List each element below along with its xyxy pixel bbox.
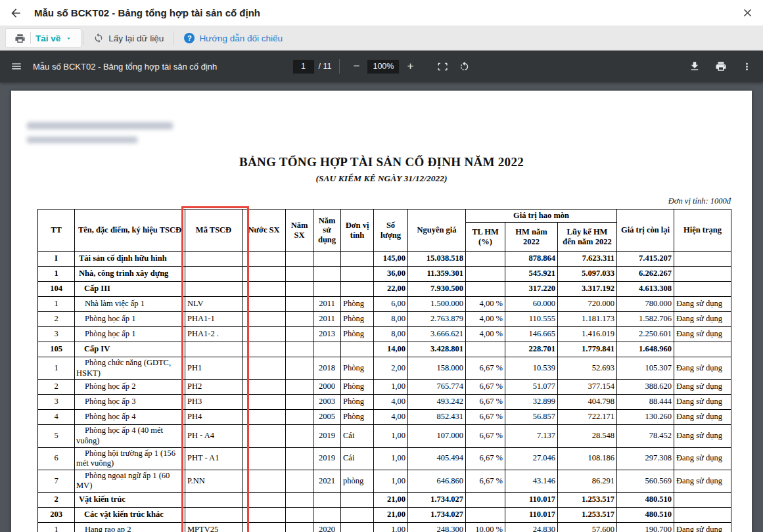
cell-ma: PHA1-2 . <box>185 327 243 342</box>
col-header-tt: TT <box>38 210 75 252</box>
download-label: Tải về <box>35 33 60 43</box>
table-header-row-1: TT Tên, đặc điểm, ký hiệu TSCĐ Mã TSCĐ N… <box>38 210 731 223</box>
cell-hm-nam: 32.899 <box>505 395 558 410</box>
button-divider <box>30 32 31 44</box>
cell-ma: MPTV25 <box>185 523 243 532</box>
cell-so-luong: 2,00 <box>374 357 408 380</box>
cell-so-luong: 1,00 <box>374 425 408 447</box>
cell-nguyen-gia: 1.734.027 <box>408 508 466 523</box>
cell-nguyen-gia: 852.431 <box>408 410 466 425</box>
cell-nuoc <box>243 508 286 523</box>
cell-luy-ke: 7.623.311 <box>558 252 617 267</box>
col-header-nam-sx: Năm SX <box>286 210 313 252</box>
cell-name: Phòng học ấp 3 <box>75 395 185 410</box>
cell-nam-sd <box>313 508 341 523</box>
refresh-data-button[interactable]: Lấy lại dữ liệu <box>85 26 172 50</box>
cell-luy-ke: 720.000 <box>558 297 617 312</box>
cell-nam-sd: 2020 <box>313 523 341 532</box>
cell-hien-trang: Đang sử dụng <box>674 523 731 532</box>
page-number-input[interactable]: 1 <box>293 60 314 74</box>
cell-hien-trang <box>674 508 731 523</box>
cell-nam-sx <box>286 410 313 425</box>
table-row: 2Vật kiến trúc21,001.734.027110.0171.253… <box>38 493 731 508</box>
cell-tt: 4 <box>38 410 75 425</box>
cell-nguyen-gia: 3.428.801 <box>408 342 466 357</box>
cell-nguyen-gia: 1.734.027 <box>408 493 466 508</box>
cell-so-luong: 145,00 <box>374 252 408 267</box>
cell-luy-ke: 722.171 <box>558 410 617 425</box>
zoom-level-label: 100% <box>367 60 399 74</box>
col-header-nam-su-dung: Năm sử dụng <box>313 210 341 252</box>
cell-dvt <box>341 342 374 357</box>
cell-dvt: Phòng <box>341 357 374 380</box>
cell-ma: PH2 <box>185 380 243 395</box>
back-button[interactable] <box>9 7 22 20</box>
download-report-button[interactable]: Tải về <box>5 28 81 48</box>
cell-so-luong: 14,00 <box>374 342 408 357</box>
more-options-button[interactable] <box>741 61 752 72</box>
window-titlebar: Mẫu số BCKT02 - Bảng tổng hợp tài sản cố… <box>0 0 763 26</box>
cell-nguyen-gia: 3.666.621 <box>408 327 466 342</box>
cell-dvt: Phòng <box>341 380 374 395</box>
cell-nguyen-gia: 107.000 <box>408 425 466 447</box>
cell-luy-ke: 52.693 <box>558 357 617 380</box>
cell-dvt <box>341 267 374 282</box>
cell-nam-sd: 2013 <box>313 327 341 342</box>
cell-so-luong: 6,00 <box>374 297 408 312</box>
cell-name: Phòng học ấp 1 <box>75 327 185 342</box>
cell-luy-ke: 1.416.019 <box>558 327 617 342</box>
rotate-button[interactable] <box>459 61 470 72</box>
cell-hm-nam: 43.146 <box>505 470 558 492</box>
cell-hm-nam: 317.220 <box>505 282 558 297</box>
hamburger-icon <box>11 60 22 72</box>
pdf-download-button[interactable] <box>689 60 701 72</box>
menu-button[interactable] <box>11 60 22 72</box>
cell-luy-ke: 3.317.192 <box>558 282 617 297</box>
cell-nam-sd: 2019 <box>313 447 341 470</box>
table-row: 1Hang rao ap 2MPTV2520201,00248.30010,00… <box>38 523 731 532</box>
table-row: 1Phòng chức năng (GDTC, HSKT)PH12018Phòn… <box>38 357 731 380</box>
cell-nuoc <box>243 312 286 327</box>
close-button[interactable] <box>741 7 754 19</box>
cell-nam-sx <box>286 380 313 395</box>
cell-nam-sx <box>286 297 313 312</box>
fit-page-button[interactable] <box>437 61 448 72</box>
page-title: Mẫu số BCKT02 - Bảng tổng hợp tài sản cố… <box>34 7 741 18</box>
cell-nam-sx <box>286 493 313 508</box>
pdf-toolbar: Mẫu số BCKT02 - Bảng tổng hợp tài sản cố… <box>0 51 763 82</box>
table-row: 105Cấp IV14,003.428.801228.7011.779.8411… <box>38 342 731 357</box>
pdf-toolbar-left: Mẫu số BCKT02 - Bảng tổng hợp tài sản cố… <box>11 60 217 72</box>
cell-hien-trang: Đang sử dụng <box>674 327 731 342</box>
table-row: 2Phòng học ấp 2PH22000Phòng1,00765.7746,… <box>38 380 731 395</box>
cell-nuoc <box>243 267 286 282</box>
guide-link[interactable]: ? Hướng dẫn đối chiếu <box>175 26 291 50</box>
zoom-out-button[interactable]: − <box>348 60 365 73</box>
zoom-in-button[interactable]: + <box>402 60 419 73</box>
table-row: 1Nhà làm việc ấp 1NLV2011Phòng6,001.500.… <box>38 297 731 312</box>
view-controls <box>437 61 470 72</box>
cell-dvt <box>341 252 374 267</box>
cell-hm-nam: 110.017 <box>505 508 558 523</box>
cell-name: Cấp III <box>75 282 185 297</box>
cell-con-lai: 6.262.267 <box>617 267 674 282</box>
sync-icon <box>93 33 104 43</box>
cell-ma: PHA1-1 <box>185 312 243 327</box>
cell-ma: PHT - A1 <box>185 447 243 470</box>
cell-hien-trang: Đang sử dụng <box>674 297 731 312</box>
col-header-hao-mon-group: Giá trị hao mòn <box>466 210 617 223</box>
col-header-tl-hm: TL HM (%) <box>466 223 505 252</box>
cell-so-luong: 1,00 <box>374 380 408 395</box>
cell-luy-ke: 5.097.033 <box>558 267 617 282</box>
cell-so-luong: 1,00 <box>374 523 408 532</box>
cell-nguyen-gia: 7.930.500 <box>408 282 466 297</box>
cell-ma: PH4 <box>185 410 243 425</box>
pdf-scroll-area[interactable]: BẢNG TỔNG HỢP TÀI SẢN CỐ ĐỊNH NĂM 2022 (… <box>0 82 763 532</box>
cell-nam-sd: 2011 <box>313 312 341 327</box>
cell-tt: 5 <box>38 425 75 447</box>
cell-con-lai: 105.307 <box>617 357 674 380</box>
table-row: 203Các vật kiến trúc khác21,001.734.0271… <box>38 508 731 523</box>
cell-hien-trang <box>674 493 731 508</box>
cell-luy-ke: 1.779.841 <box>558 342 617 357</box>
cell-so-luong: 22,00 <box>374 282 408 297</box>
pdf-print-button[interactable] <box>715 60 727 72</box>
